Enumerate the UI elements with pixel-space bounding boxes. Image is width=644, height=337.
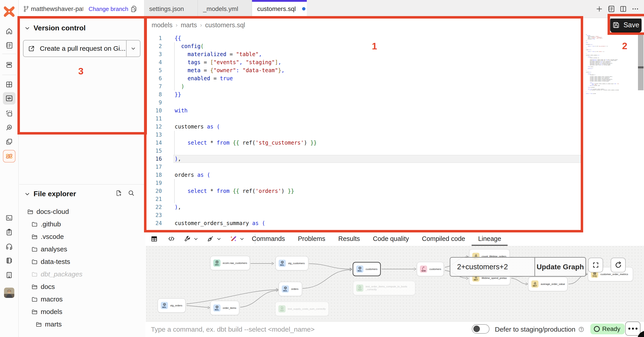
version-control-title: Version control (34, 24, 86, 32)
tree-item-.vscode[interactable]: .vscode (28, 230, 64, 243)
more-tabs-icon[interactable] (632, 5, 639, 13)
editor-scrollbar[interactable] (638, 35, 644, 90)
lineage-selector-input[interactable]: 2+customers+2 (450, 258, 534, 276)
code-editor-icon[interactable] (5, 94, 13, 102)
copy-branch-icon[interactable] (130, 5, 137, 13)
user-avatar[interactable] (4, 288, 14, 298)
panel-tab-lineage[interactable]: Lineage (472, 232, 508, 246)
tab-label: settings.json (149, 5, 184, 12)
tree-item-label: macros (41, 296, 62, 303)
tree-item-docs[interactable]: docs (28, 281, 55, 293)
tab-settings.json[interactable]: settings.json (144, 0, 198, 18)
tree-item-models[interactable]: models (28, 306, 62, 318)
file-explorer-header[interactable]: File explorer (24, 190, 143, 198)
panel-tab-results[interactable]: Results (332, 232, 366, 246)
panel-tab-problems[interactable]: Problems (291, 232, 332, 246)
defer-toggle[interactable] (472, 324, 490, 334)
lineage-node-customers[interactable]: MDLcustomers (353, 262, 381, 276)
folder-open-icon (31, 234, 38, 240)
dbt-logo (4, 6, 14, 17)
left-panel: Version control Create a pull request on… (19, 18, 145, 337)
results-table-icon[interactable] (150, 235, 158, 243)
new-file-icon[interactable] (116, 190, 122, 196)
version-control-header[interactable]: Version control (24, 24, 86, 32)
branch-name[interactable]: matthewshaver-patc (31, 5, 83, 12)
change-branch-link[interactable]: Change branch (88, 5, 128, 12)
tree-item-.github[interactable]: .github (28, 218, 61, 230)
lineage-node-average_order_value[interactable]: METaverage_order_value (528, 277, 568, 291)
search-files-icon[interactable] (128, 190, 134, 196)
tab-_models.yml[interactable]: _models.yml (198, 0, 252, 18)
update-graph-button[interactable]: Update Graph (534, 258, 586, 276)
home-icon[interactable] (5, 27, 13, 35)
build-wrench-icon[interactable] (184, 235, 191, 243)
pr-dropdown-caret[interactable] (126, 40, 140, 56)
code-view-icon[interactable] (168, 235, 175, 243)
lineage-node-customers[interactable]: SEMcustomers (417, 262, 444, 276)
tree-item-dbt_packages[interactable]: dbt_packages (28, 268, 82, 281)
tree-item-data-tests[interactable]: data-tests (28, 255, 70, 268)
notebook-panel-icon[interactable] (607, 5, 615, 13)
node-type-chip-TST: TST (278, 305, 286, 313)
minimap[interactable]: {{ config( materialized = "table", tags … (586, 34, 619, 94)
tree-item-docs-cloud[interactable]: docs-cloud (24, 205, 69, 218)
node-type-chip-MET: MET (531, 281, 538, 288)
breadcrumb-item[interactable]: models (152, 21, 173, 29)
panel-tab-commands[interactable]: Commands (245, 232, 291, 246)
refresh-graph-button[interactable] (611, 258, 626, 272)
tree-item-macros[interactable]: macros (28, 293, 62, 306)
dbt-copilot-icon[interactable] (5, 152, 13, 160)
headphones-icon[interactable] (5, 243, 13, 251)
external-window-icon[interactable] (5, 138, 13, 146)
grid-icon[interactable] (5, 80, 13, 88)
search-insights-icon[interactable] (5, 124, 13, 132)
lineage-node-test_order_items_compute_to_bools_correctly[interactable]: TSTtest_order_items_compute_to_bools _co… (353, 281, 415, 295)
breadcrumb-item[interactable]: customers.sql (205, 21, 245, 29)
lineage-node-orders[interactable]: MDLorders (278, 282, 302, 296)
node-label: average_order_value (541, 283, 565, 286)
clipboard-icon[interactable] (5, 228, 13, 236)
create-pr-button[interactable]: Create a pull request on Gi... (23, 40, 140, 57)
code-content[interactable]: {{ config( materialized = "table", tags … (175, 34, 317, 227)
breadcrumb-item[interactable]: marts (181, 21, 197, 29)
more-options-button[interactable] (625, 322, 640, 336)
ai-wand-icon[interactable] (230, 235, 237, 243)
building-icon[interactable] (5, 271, 13, 279)
new-tab-icon[interactable] (596, 5, 603, 12)
chevron-down-icon[interactable] (216, 236, 222, 242)
top-bar: matthewshaver-patc Change branch setting… (19, 0, 644, 18)
terminal-icon[interactable] (5, 214, 13, 222)
lineage-node-order_items[interactable]: MDLorder_items (210, 301, 239, 315)
dashed-select-icon[interactable] (5, 109, 13, 118)
lineage-node-stg_orders[interactable]: MDLstg_orders (158, 298, 186, 313)
status-badge[interactable]: Ready (590, 324, 625, 334)
folder-open-icon (31, 284, 38, 290)
lineage-node-ecom.raw_customers[interactable]: SRCecom.raw_customers (210, 256, 250, 270)
lineage-selector-overlay: 2+customers+2 Update Graph (450, 257, 586, 277)
tab-label: _models.yml (203, 5, 238, 12)
mdl-icon (163, 303, 166, 306)
save-button[interactable]: Save (610, 18, 642, 32)
lineage-node-test_supply_costs_sum_correctly[interactable]: TSTtest_supply_costs_sum_correctly (275, 302, 329, 316)
create-pr-button-main[interactable]: Create a pull request on Gi... (24, 40, 126, 56)
editor-scrollbar-thumb[interactable] (638, 66, 644, 68)
notebook-icon[interactable] (5, 41, 13, 49)
line-numbers: 123456789101112131415161718192021222324 (146, 34, 162, 227)
format-broom-icon[interactable] (206, 235, 214, 243)
lineage-graph[interactable]: SRCecom.raw_customersMDLstg_customersMDL… (146, 246, 644, 321)
panel-tab-code-quality[interactable]: Code quality (366, 232, 415, 246)
split-pane-icon[interactable] (620, 5, 627, 13)
command-input-placeholder[interactable]: Type a command, ex. dbt build --select <… (151, 326, 314, 333)
tree-item-analyses[interactable]: analyses (28, 243, 67, 255)
tree-item-marts[interactable]: marts (33, 318, 62, 331)
archive-icon[interactable] (5, 61, 13, 69)
chevron-down-icon[interactable] (193, 236, 198, 242)
fullscreen-button[interactable] (588, 258, 603, 272)
panel-tab-compiled-code[interactable]: Compiled code (416, 232, 472, 246)
help-icon[interactable] (578, 326, 584, 332)
chevron-down-icon[interactable] (239, 236, 245, 242)
tab-customers.sql[interactable]: customers.sql (252, 0, 307, 18)
docs-stack-icon[interactable] (5, 257, 13, 265)
lineage-node-stg_customers[interactable]: MDLstg_customers (276, 256, 308, 270)
breadcrumb-separator: › (200, 22, 202, 29)
